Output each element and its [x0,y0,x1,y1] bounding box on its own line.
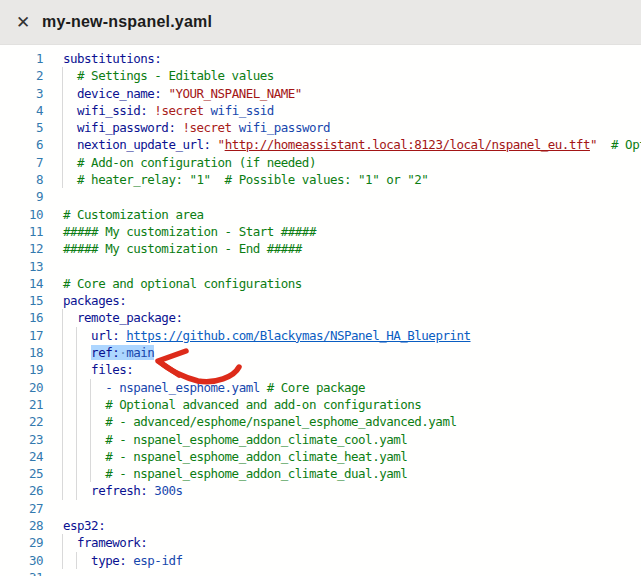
code-token [63,380,105,395]
code-line[interactable]: 7 # Add-on configuration (if needed) [0,154,641,171]
code-token [63,483,91,498]
line-number: 7 [0,154,47,171]
code-line-content[interactable] [47,258,641,275]
code-line-content[interactable]: # Core and optional configurations [47,275,641,292]
code-line[interactable]: 27 [0,500,641,517]
code-line[interactable]: 28esp32: [0,517,641,534]
code-line[interactable]: 22 # - advanced/esphome/nspanel_esphome_… [0,413,641,430]
line-number: 15 [0,292,47,309]
code-line[interactable]: 1substitutions: [0,50,641,67]
code-token: # Core and optional configurations [63,276,302,291]
code-line-content[interactable]: esp32: [47,517,641,534]
indent-guide [62,344,63,361]
code-token: # Customization area [63,207,204,222]
code-line-content[interactable]: # Add-on configuration (if needed) [47,154,641,171]
code-line-content[interactable]: type: esp-idf [47,552,641,569]
code-line-content[interactable]: packages: [47,292,641,309]
code-line[interactable]: 18 ref:·main [0,344,641,361]
code-line[interactable]: 11##### My customization - Start ##### [0,223,641,240]
link-text[interactable]: https://github.com/Blackymas/NSPanel_HA_… [126,328,470,343]
code-line[interactable]: 9 [0,188,641,205]
code-line-content[interactable]: url: https://github.com/Blackymas/NSPane… [47,327,641,344]
indent-guide [62,85,63,102]
code-line-content[interactable]: - nspanel_esphome.yaml # Core package [47,379,641,396]
code-line[interactable]: 20 - nspanel_esphome.yaml # Core package [0,379,641,396]
indent-guide [62,361,63,378]
indent-guide [62,396,63,413]
code-line-content[interactable] [47,500,641,517]
code-line[interactable]: 10# Customization area [0,206,641,223]
code-line[interactable]: 12##### My customization - End ##### [0,240,641,257]
code-line-content[interactable]: ##### My customization - End ##### [47,240,641,257]
indent-guide [62,154,63,171]
code-line-content[interactable]: wifi_password: !secret wifi_password [47,119,641,136]
code-line[interactable]: 21 # Optional advanced and add-on config… [0,396,641,413]
code-line-content[interactable]: # Optional advanced and add-on configura… [47,396,641,413]
code-line[interactable]: 3 device_name: "YOUR_NSPANEL_NAME" [0,85,641,102]
code-line[interactable]: 14# Core and optional configurations [0,275,641,292]
code-line-content[interactable]: # Customization area [47,206,641,223]
editor-tab-header: ✕ my-new-nspanel.yaml [0,0,641,45]
indent-guide [76,431,77,448]
code-line[interactable]: 17 url: https://github.com/Blackymas/NSP… [0,327,641,344]
code-line-content[interactable] [47,569,641,576]
indent-guide [90,465,91,482]
code-line-content[interactable]: files: [47,361,641,378]
code-line-content[interactable] [47,188,641,205]
code-line-content[interactable]: ##### My customization - Start ##### [47,223,641,240]
code-line-content[interactable]: device_name: "YOUR_NSPANEL_NAME" [47,85,641,102]
code-line-content[interactable]: refresh: 300s [47,482,641,499]
code-line-content[interactable]: # - nspanel_esphome_addon_climate_cool.y… [47,431,641,448]
line-number: 5 [0,119,47,136]
code-token [63,553,91,568]
code-line-content[interactable]: # - nspanel_esphome_addon_climate_dual.y… [47,465,641,482]
code-line-content[interactable]: # - advanced/esphome/nspanel_esphome_adv… [47,413,641,430]
code-line[interactable]: 25 # - nspanel_esphome_addon_climate_dua… [0,465,641,482]
code-line[interactable]: 4 wifi_ssid: !secret wifi_ssid [0,102,641,119]
line-number: 12 [0,240,47,257]
line-number: 26 [0,482,47,499]
code-line-content[interactable]: # - nspanel_esphome_addon_climate_heat.y… [47,448,641,465]
code-token: # Core package [267,380,365,395]
code-line[interactable]: 30 type: esp-idf [0,552,641,569]
code-line[interactable]: 29 framework: [0,534,641,551]
code-line[interactable]: 2 # Settings - Editable values [0,67,641,84]
line-number: 17 [0,327,47,344]
indent-guide [62,102,63,119]
code-line[interactable]: 19 files: [0,361,641,378]
code-line[interactable]: 31 [0,569,641,576]
line-number: 4 [0,102,47,119]
code-line-content[interactable]: framework: [47,534,641,551]
code-line[interactable]: 15packages: [0,292,641,309]
code-line[interactable]: 5 wifi_password: !secret wifi_password [0,119,641,136]
close-icon[interactable]: ✕ [14,13,32,31]
code-line[interactable]: 26 refresh: 300s [0,482,641,499]
indent-guide [76,552,77,569]
code-token: ##### My customization - Start ##### [63,224,316,239]
code-line[interactable]: 24 # - nspanel_esphome_addon_climate_hea… [0,448,641,465]
line-number: 13 [0,258,47,275]
code-line-content[interactable]: nextion_update_url: "http://homeassistan… [47,136,641,153]
code-line[interactable]: 8 # heater_relay: "1" # Possible values:… [0,171,641,188]
code-editor[interactable]: 1substitutions:2 # Settings - Editable v… [0,45,641,576]
code-token: # Add-on configuration (if needed) [63,155,316,170]
link-text[interactable]: http://homeassistant.local:8123/local/ns… [225,137,590,152]
code-token: type: [91,553,126,568]
code-token: " [590,137,597,152]
code-token [232,120,239,135]
code-token [63,362,91,377]
code-token: 300s [154,483,182,498]
code-token: refresh: [91,483,147,498]
line-number: 30 [0,552,47,569]
code-line-content[interactable]: substitutions: [47,50,641,67]
code-line-content[interactable]: wifi_ssid: !secret wifi_ssid [47,102,641,119]
code-line-content[interactable]: # heater_relay: "1" # Possible values: "… [47,171,641,188]
indent-guide [62,413,63,430]
code-line[interactable]: 6 nextion_update_url: "http://homeassist… [0,136,641,153]
code-line[interactable]: 13 [0,258,641,275]
code-line-content[interactable]: remote_package: [47,309,641,326]
code-line[interactable]: 16 remote_package: [0,309,641,326]
code-line-content[interactable]: # Settings - Editable values [47,67,641,84]
code-line[interactable]: 23 # - nspanel_esphome_addon_climate_coo… [0,431,641,448]
code-line-content[interactable]: ref:·main [47,344,641,361]
